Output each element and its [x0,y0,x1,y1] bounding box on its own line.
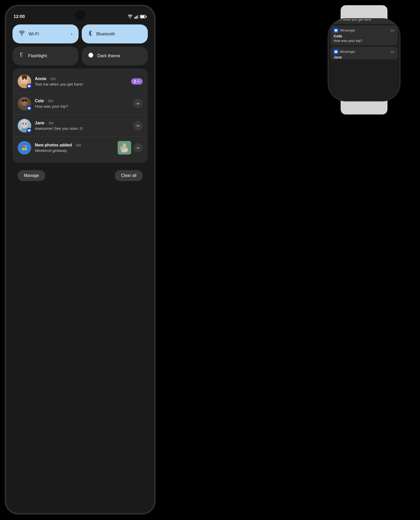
cole-dot: · [46,99,47,103]
svg-rect-38 [335,51,337,53]
jane-expand-button[interactable] [133,121,143,130]
annie-app-badge [27,84,32,89]
watch-messenger-icon-jane [334,49,338,54]
annie-avatar-container [18,75,31,88]
photos-dot: · [73,143,74,147]
svg-rect-5 [141,16,145,18]
notifications-panel: Annie · 2m Text me when you get here! 2 [12,68,148,163]
jane-notification-body: Jane · 2m Awesome! See you soon :0 [35,121,130,131]
annie-time: 2m [50,77,55,81]
flashlight-tile-icon [19,52,24,60]
watch-cole-notification: Messenger 2m Cole How was your trip? [330,25,398,45]
jane-actions [133,121,143,130]
watch-jane-time: 2m [391,50,394,53]
annie-count-badge[interactable]: 2 [131,78,143,85]
flashlight-tile-label: Flashlight [28,53,47,59]
dark-theme-tile[interactable]: Dark theme [82,47,148,65]
battery-icon [140,15,147,18]
svg-point-29 [22,145,24,148]
jane-dot: · [46,121,47,125]
svg-rect-19 [22,100,27,101]
watch-cole-sender: Cole [334,34,394,38]
svg-point-35 [123,143,126,149]
svg-rect-3 [138,15,139,19]
annie-actions: 2 [131,78,143,85]
wifi-tile-icon [19,31,25,37]
annie-name: Annie [35,76,46,81]
photos-name: New photos added [35,143,72,147]
photos-actions [118,141,143,155]
cole-name: Cole [35,99,44,103]
watch-cole-app-name: Messenger [340,29,355,32]
svg-rect-2 [137,16,137,19]
annie-dot: · [48,77,49,81]
annie-notification-body: Annie · 2m Text me when you get here! [35,76,128,86]
notification-footer: Manage Clear all [12,166,148,181]
svg-point-32 [24,148,27,150]
cole-app-badge [27,106,32,111]
watch-case: xt me when you get here! Messenger 2m [328,18,400,101]
svg-rect-6 [146,16,147,17]
svg-point-36 [120,146,123,151]
signal-icon [134,15,138,19]
watch-annie-message: xt me when you get here! [334,19,394,22]
photos-expand-button[interactable] [133,143,143,152]
manage-button[interactable]: Manage [18,170,45,181]
notification-annie[interactable]: Annie · 2m Text me when you get here! 2 [12,70,148,93]
watch-annie-notification: xt me when you get here! [330,19,398,24]
photos-time: 5m [76,143,81,147]
photos-avatar [18,141,31,155]
jane-message: Awesome! See you soon :0 [35,126,130,131]
watch-jane-sender: Jane [334,55,394,59]
svg-rect-37 [335,29,337,31]
watch-cole-message: How was your trip? [334,39,394,43]
notification-photos[interactable]: New photos added · 5m Weekend getaway [12,137,148,159]
quick-tiles-grid: Wi-Fi › Bluetooth Flashlig [12,24,148,65]
camera-notch [75,10,85,20]
svg-point-31 [22,148,24,150]
cole-actions [133,99,143,108]
jane-avatar-container [18,119,31,132]
bluetooth-tile-icon [88,30,93,38]
photos-notification-body: New photos added · 5m Weekend getaway [35,143,114,153]
cole-notification-body: Cole · 2m How was your trip? [35,99,130,108]
watch-cole-header: Messenger 2m [334,28,394,33]
photos-notification-header: New photos added · 5m [35,143,114,147]
notification-cole[interactable]: Cole · 2m How was your trip? [12,93,148,115]
cole-time: 2m [48,99,53,103]
jane-app-badge [27,128,32,133]
svg-rect-27 [21,120,28,122]
cole-message: How was your trip? [35,104,130,108]
photos-avatar-container [18,141,31,155]
status-icons [128,15,147,19]
annie-count: 2 [134,79,136,84]
watch-cole-time: 2m [391,29,394,32]
bluetooth-tile[interactable]: Bluetooth [82,24,148,43]
watch-messenger-icon-cole [334,28,338,33]
smartwatch: xt me when you get here! Messenger 2m [324,5,404,114]
svg-point-12 [22,75,27,79]
jane-time: 2m [48,121,53,125]
dark-theme-tile-icon [88,52,94,60]
clear-all-button[interactable]: Clear all [115,170,143,181]
svg-rect-13 [28,85,30,87]
cole-avatar-container [18,97,31,110]
photos-message: Weekend getaway [35,148,114,153]
svg-rect-0 [134,17,135,19]
phone: 12:00 [5,5,156,515]
cole-expand-button[interactable] [133,99,143,108]
wifi-tile-arrow: › [71,32,72,36]
annie-message: Text me when you get here! [35,82,128,86]
watch-body: xt me when you get here! Messenger 2m [324,5,404,114]
photos-thumbnail [118,141,131,155]
jane-name: Jane [35,121,44,125]
status-time: 12:00 [14,14,25,19]
wifi-tile[interactable]: Wi-Fi › [12,24,79,43]
svg-point-30 [24,145,27,148]
watch-screen: xt me when you get here! Messenger 2m [328,19,400,101]
svg-rect-20 [28,107,30,109]
flashlight-tile[interactable]: Flashlight [12,47,79,65]
watch-jane-notification: Messenger 2m Jane [330,47,398,59]
cole-notification-header: Cole · 2m [35,99,130,103]
notification-jane[interactable]: Jane · 2m Awesome! See you soon :0 [12,115,148,137]
